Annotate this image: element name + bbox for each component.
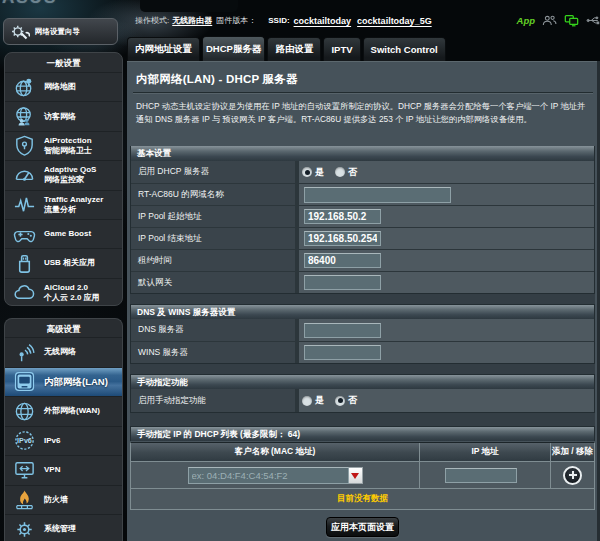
dhcp-list-input-row bbox=[131, 461, 594, 488]
sidebar-item-label: Adaptive QoS网络监控家 bbox=[44, 165, 96, 185]
default-gateway-input[interactable] bbox=[304, 275, 381, 290]
globe-pin-icon bbox=[13, 76, 36, 99]
sidebar-item-label: USB 相关应用 bbox=[44, 258, 95, 268]
dns-server-input[interactable] bbox=[304, 323, 381, 338]
sidebar-item-aiprotection[interactable]: AiProtection智能网络卫士 bbox=[5, 131, 122, 160]
manual-no-radio[interactable] bbox=[335, 396, 345, 406]
form-row-domain-name: RT-AC86U 的网域名称 bbox=[131, 183, 594, 205]
mac-dropdown-arrow-icon[interactable] bbox=[349, 467, 363, 484]
content-panel: 内部网络(LAN) - DHCP 服务器 DHCP 动态主机设定协议是为使用在 … bbox=[127, 61, 597, 541]
pool-start-input[interactable] bbox=[304, 209, 381, 224]
page-description: DHCP 动态主机设定协议是为使用在 IP 地址的自动设置所制定的协议。DHCP… bbox=[136, 100, 593, 125]
dhcp-list-header-row: 客户名称 (MAC 地址) IP 地址 添加 / 移除 bbox=[131, 443, 594, 461]
sidebar: 网络设置向导 一般设置 网络地图 访客网络 bbox=[0, 0, 126, 541]
form-row-enable-dhcp: 启用 DHCP 服务器 是 否 bbox=[131, 161, 594, 183]
sidebar-item-usb-apps[interactable]: USB 相关应用 bbox=[5, 248, 122, 277]
operation-mode-label: 操作模式: bbox=[135, 15, 169, 26]
tab-iptv[interactable]: IPTV bbox=[323, 37, 360, 61]
field-label: IP Pool 起始地址 bbox=[131, 206, 295, 227]
sidebar-item-label: 外部网络(WAN) bbox=[44, 406, 100, 416]
sidebar-item-game-boost[interactable]: Game Boost bbox=[5, 219, 122, 248]
sidebar-item-wireless[interactable]: 无线网络 bbox=[5, 337, 122, 367]
sidebar-item-label: 网络地图 bbox=[44, 82, 76, 92]
router-admin-page: ASUS 操作模式: 无线路由器 固件版本： SSID: cocktailtod… bbox=[0, 0, 600, 541]
vpn-monitor-icon bbox=[13, 459, 36, 482]
basic-settings-table: 启用 DHCP 服务器 是 否 RT-AC86U 的网域名称 IP Pool 起… bbox=[130, 161, 595, 294]
gauge-icon bbox=[13, 164, 36, 187]
field-label: IP Pool 结束地址 bbox=[131, 228, 295, 249]
sidebar-item-adaptive-qos[interactable]: Adaptive QoS网络监控家 bbox=[5, 160, 122, 189]
dhcp-no-radio[interactable] bbox=[335, 167, 345, 177]
dhcp-list-table: 客户名称 (MAC 地址) IP 地址 添加 / 移除 目前没有数据 bbox=[130, 442, 595, 510]
form-row-lease-time: 租约时间 bbox=[131, 249, 594, 271]
devices-icon[interactable] bbox=[564, 14, 579, 27]
general-settings-header: 一般设置 bbox=[5, 53, 122, 72]
sidebar-item-traffic-analyzer[interactable]: Traffic Analyzer流量分析 bbox=[5, 190, 122, 219]
domain-name-input[interactable] bbox=[304, 187, 451, 203]
topbar-info: 操作模式: 无线路由器 固件版本： SSID: cocktailtoday co… bbox=[135, 15, 432, 26]
sidebar-item-label: 无线网络 bbox=[44, 347, 76, 357]
ip-address-input[interactable] bbox=[445, 468, 517, 483]
pool-end-input[interactable] bbox=[304, 231, 381, 246]
column-header-add-remove: 添加 / 移除 bbox=[551, 443, 594, 461]
sidebar-item-label: Game Boost bbox=[44, 229, 91, 239]
title-divider bbox=[133, 92, 593, 94]
section-dns-wins: DNS 及 WINS 服务器设置 bbox=[130, 304, 595, 319]
sidebar-item-guest-network[interactable]: 访客网络 bbox=[5, 101, 122, 130]
sidebar-item-label: VPN bbox=[44, 465, 60, 475]
field-label: WINS 服务器 bbox=[131, 342, 295, 363]
section-dhcp-list: 手动指定 IP 的 DHCP 列表 (最多限制： 64) bbox=[130, 426, 595, 441]
tab-route[interactable]: 路由设置 bbox=[267, 37, 321, 61]
sidebar-item-administration[interactable]: 系统管理 bbox=[5, 514, 122, 541]
tab-dhcp-server[interactable]: DHCP服务器 bbox=[202, 36, 265, 61]
lease-time-input[interactable] bbox=[304, 253, 381, 268]
sidebar-item-vpn[interactable]: VPN bbox=[5, 455, 122, 485]
sidebar-item-label: Traffic Analyzer流量分析 bbox=[44, 195, 103, 215]
empty-list-message: 目前没有数据 bbox=[131, 488, 594, 509]
clients-icon[interactable] bbox=[542, 14, 557, 27]
sidebar-item-aicloud[interactable]: AiCloud 2.0个人云 2.0 应用 bbox=[5, 278, 122, 306]
sidebar-item-label: 防火墙 bbox=[44, 495, 68, 505]
sidebar-general-menu: 一般设置 网络地图 访客网络 bbox=[4, 52, 123, 306]
sidebar-item-firewall[interactable]: 防火墙 bbox=[5, 485, 122, 515]
manual-yes-radio[interactable] bbox=[302, 396, 312, 406]
sidebar-item-label: AiProtection智能网络卫士 bbox=[44, 136, 92, 156]
apply-button[interactable]: 应用本页面设置 bbox=[326, 517, 399, 537]
gear-icon bbox=[13, 518, 36, 541]
firmware-label: 固件版本： bbox=[216, 15, 256, 26]
sidebar-item-quick-setup[interactable]: 网络设置向导 bbox=[3, 18, 118, 45]
sidebar-advanced-menu: 高级设置 无线网络 内部网络(LAN) bbox=[4, 318, 123, 541]
radio-label-no: 否 bbox=[348, 394, 357, 407]
tabbar: 内网地址设置 DHCP服务器 路由设置 IPTV Switch Control bbox=[127, 36, 597, 61]
manual-assignment-table: 启用手动指定功能 是 否 bbox=[130, 389, 595, 413]
form-row-enable-manual: 启用手动指定功能 是 否 bbox=[131, 389, 594, 412]
wins-server-input[interactable] bbox=[304, 345, 381, 360]
dhcp-yes-radio[interactable] bbox=[302, 167, 312, 177]
sidebar-item-lan[interactable]: 内部网络(LAN) bbox=[5, 367, 122, 397]
usb-icon[interactable] bbox=[586, 14, 600, 27]
section-manual-assignment: 手动指定功能 bbox=[130, 374, 595, 389]
sidebar-item-network-map[interactable]: 网络地图 bbox=[5, 72, 122, 101]
ssid-5g-link[interactable]: cocktailtoday_5G bbox=[357, 16, 432, 26]
sidebar-item-ipv6[interactable]: IPv6 IPv6 bbox=[5, 426, 122, 456]
form-row-wins-server: WINS 服务器 bbox=[131, 341, 594, 363]
ssid-2g-link[interactable]: cocktailtoday bbox=[294, 16, 352, 26]
field-label: 租约时间 bbox=[131, 250, 295, 271]
sidebar-item-label: AiCloud 2.0个人云 2.0 应用 bbox=[44, 283, 100, 303]
section-basic-settings: 基本设置 bbox=[130, 146, 595, 161]
sidebar-item-label: 网络设置向导 bbox=[35, 27, 80, 37]
page-title: 内部网络(LAN) - DHCP 服务器 bbox=[136, 72, 595, 87]
waveform-icon bbox=[13, 193, 36, 216]
sidebar-item-label: 系统管理 bbox=[44, 524, 76, 534]
tab-switch-control[interactable]: Switch Control bbox=[363, 37, 446, 61]
app-link[interactable]: App bbox=[517, 15, 535, 26]
svg-text:IPv6: IPv6 bbox=[17, 438, 32, 446]
gamepad-icon bbox=[13, 223, 36, 246]
sidebar-item-wan[interactable]: 外部网络(WAN) bbox=[5, 396, 122, 426]
mac-address-input[interactable] bbox=[188, 467, 349, 484]
usb-apps-icon bbox=[13, 252, 36, 275]
tab-lan-ip[interactable]: 内网地址设置 bbox=[127, 37, 200, 61]
operation-mode-value[interactable]: 无线路由器 bbox=[172, 15, 212, 26]
add-entry-button[interactable] bbox=[563, 466, 582, 485]
sidebar-item-label: 访客网络 bbox=[44, 112, 76, 122]
